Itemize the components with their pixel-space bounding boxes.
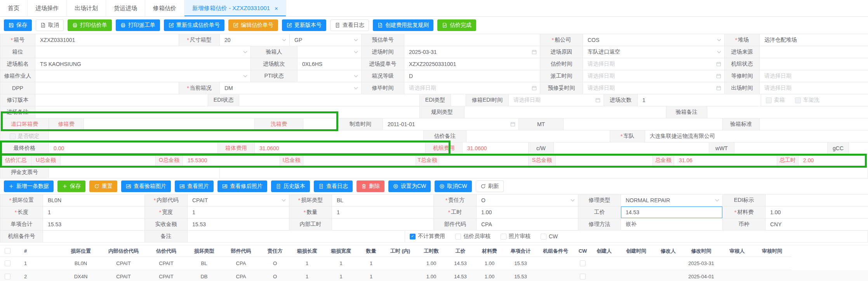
- date-field[interactable]: 2025-03-31: [404, 46, 540, 58]
- select-field[interactable]: [35, 46, 251, 58]
- row-checkbox[interactable]: [5, 260, 10, 266]
- text-field[interactable]: CPA: [477, 219, 578, 231]
- text-field[interactable]: 31.06: [674, 154, 777, 167]
- text-field[interactable]: 2.00: [798, 154, 868, 167]
- delete-button[interactable]: 删除: [357, 180, 384, 192]
- cancel-cw-button[interactable]: 取消CW: [435, 180, 471, 192]
- text-field[interactable]: 请选择日期: [760, 70, 868, 82]
- cw-checkbox[interactable]: [580, 274, 586, 279]
- reset-button[interactable]: 重置: [89, 180, 117, 192]
- view-log-detail-button[interactable]: 查看日志: [314, 180, 353, 192]
- text-field[interactable]: CNY: [765, 219, 868, 231]
- text-field[interactable]: [43, 231, 145, 243]
- estimate-complete-button[interactable]: 估价完成: [437, 19, 476, 31]
- tab-entry-operations[interactable]: 进场操作: [28, 0, 67, 16]
- text-field[interactable]: 0XL6HS: [297, 58, 362, 70]
- select-field[interactable]: [297, 70, 362, 82]
- select-field[interactable]: 20: [220, 34, 290, 46]
- text-field[interactable]: 0.00: [49, 142, 218, 154]
- print-estimate-button[interactable]: 打印估价单: [68, 19, 112, 31]
- text-field[interactable]: 1: [638, 94, 761, 106]
- save-button[interactable]: 保存: [4, 19, 32, 31]
- refresh-button[interactable]: 刷新: [476, 180, 504, 192]
- text-field[interactable]: 远洋仓配堆场: [760, 34, 868, 46]
- text-field[interactable]: [35, 94, 208, 106]
- text-field[interactable]: [760, 118, 868, 130]
- text-field[interactable]: [35, 106, 420, 118]
- text-field[interactable]: [439, 154, 529, 167]
- text-field[interactable]: [404, 34, 540, 46]
- tab-cargo-entry[interactable]: 货运进场: [106, 0, 145, 16]
- text-field[interactable]: [49, 167, 220, 179]
- text-field[interactable]: 1: [188, 206, 289, 219]
- text-field[interactable]: [35, 82, 179, 94]
- save-detail-button[interactable]: 保存: [57, 180, 85, 192]
- create-fee-rule-button[interactable]: 创建费用批复规则: [373, 19, 433, 31]
- tab-new-repair-estimate[interactable]: 新增修箱估价 - XZXZ0331001×: [184, 0, 286, 16]
- text-field[interactable]: 1.00: [477, 206, 578, 219]
- checkbox-item[interactable]: ✓不计算费用: [410, 233, 445, 240]
- checkbox-item[interactable]: 照片审核: [501, 233, 531, 240]
- select-field[interactable]: O: [477, 194, 578, 206]
- text-field[interactable]: [556, 154, 653, 167]
- select-all-cell[interactable]: [0, 245, 15, 257]
- select-field[interactable]: CPAIT: [188, 194, 289, 206]
- text-field[interactable]: [464, 106, 666, 118]
- select-field[interactable]: [297, 46, 362, 58]
- text-field[interactable]: [564, 118, 723, 130]
- text-field[interactable]: 请选择日期: [760, 82, 868, 94]
- text-field[interactable]: 15.53: [188, 219, 289, 231]
- text-field[interactable]: 31.0600: [463, 142, 529, 154]
- checkbox[interactable]: ✓: [410, 234, 416, 239]
- text-field[interactable]: 31.0600: [255, 142, 426, 154]
- date-field[interactable]: 请选择日期: [509, 94, 604, 106]
- select-all-checkbox[interactable]: [5, 248, 10, 254]
- select-field[interactable]: [35, 70, 251, 82]
- print-workorder-button[interactable]: 打印派工单: [116, 19, 160, 31]
- text-field[interactable]: [765, 194, 868, 206]
- text-field[interactable]: XZXZ20250331001: [404, 58, 540, 70]
- view-repaired-photos-button[interactable]: 查看修后照片: [217, 180, 267, 192]
- row-checkbox[interactable]: [5, 274, 10, 279]
- date-field[interactable]: 2011-01-01: [383, 118, 519, 130]
- text-field[interactable]: D: [404, 70, 540, 82]
- text-field[interactable]: 15.53: [43, 219, 145, 231]
- select-field[interactable]: NORMAL REPAIR: [621, 194, 723, 206]
- text-field[interactable]: 15.5300: [183, 154, 280, 167]
- history-version-button[interactable]: 历史版本: [271, 180, 310, 192]
- checkbox[interactable]: [541, 234, 546, 239]
- text-field[interactable]: [734, 142, 828, 154]
- select-field[interactable]: GP: [290, 34, 362, 46]
- text-field[interactable]: [760, 58, 868, 70]
- text-field[interactable]: [49, 130, 424, 142]
- view-log-button[interactable]: 查看日志: [330, 19, 369, 31]
- text-field[interactable]: 大连集联捷运物流有限公司: [645, 130, 868, 142]
- checkbox-item[interactable]: CW: [541, 233, 558, 239]
- text-field[interactable]: [466, 130, 610, 142]
- tab-repair-estimate[interactable]: 修箱估价: [145, 0, 184, 16]
- date-field[interactable]: 请选择日期: [583, 58, 725, 70]
- text-field[interactable]: XZXZ0331001: [35, 34, 179, 46]
- text-field[interactable]: [61, 154, 156, 167]
- checkbox-item[interactable]: 估价员审核: [455, 233, 491, 240]
- date-field[interactable]: 请选择日期: [404, 82, 540, 94]
- select-field[interactable]: 车队进口返空: [583, 46, 725, 58]
- text-field[interactable]: [849, 142, 868, 154]
- date-field[interactable]: 请选择日期: [583, 70, 725, 82]
- cw-checkbox[interactable]: [580, 260, 586, 266]
- text-field[interactable]: [303, 154, 416, 167]
- text-field[interactable]: TS KAOHSIUNG: [35, 58, 251, 70]
- text-field[interactable]: BL: [332, 194, 434, 206]
- text-field[interactable]: [332, 219, 434, 231]
- text-field[interactable]: [554, 142, 709, 154]
- text-field[interactable]: [188, 231, 405, 243]
- select-field[interactable]: DM: [220, 82, 362, 94]
- tab-home[interactable]: 首页: [0, 0, 28, 16]
- text-field[interactable]: [239, 94, 420, 106]
- date-field[interactable]: 请选择日期: [583, 82, 725, 94]
- text-field[interactable]: [84, 118, 255, 130]
- text-field[interactable]: 1: [43, 206, 145, 219]
- select-field[interactable]: COS: [583, 34, 725, 46]
- view-photos-button[interactable]: 查看照片: [175, 180, 214, 192]
- text-field[interactable]: [760, 46, 868, 58]
